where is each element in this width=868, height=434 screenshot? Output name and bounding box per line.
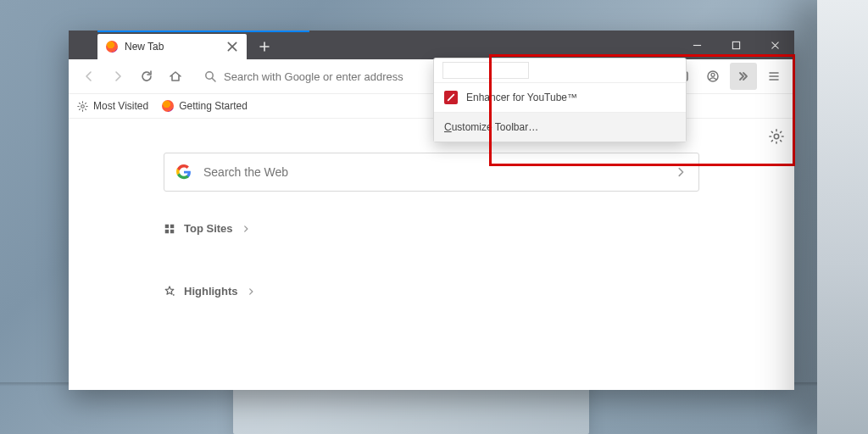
svg-point-4 [711,73,715,76]
chevron-right-icon [242,225,250,233]
firefox-favicon-icon [106,41,118,53]
overflow-customize-label: Customize Toolbar… [444,121,538,133]
tab-title: New Tab [125,41,164,53]
highlights-icon [164,286,175,298]
chevron-right-icon [247,287,255,296]
svg-rect-0 [732,42,739,48]
enhancer-extension-icon [444,91,458,104]
bookmark-label: Most Visited [93,100,148,112]
top-sites-section-header[interactable]: Top Sites [164,222,250,235]
bookmark-getting-started[interactable]: Getting Started [162,100,248,112]
svg-rect-10 [170,229,174,232]
app-menu-button[interactable] [760,63,787,90]
svg-rect-8 [170,224,174,227]
svg-point-5 [81,104,85,108]
svg-point-6 [774,134,778,138]
bookmark-most-visited[interactable]: Most Visited [77,100,148,112]
newtab-search-box[interactable] [164,153,699,192]
overflow-popup-header [434,58,686,83]
new-tab-button[interactable] [252,34,277,59]
search-icon [203,70,217,83]
window-controls [677,31,794,59]
back-button[interactable] [75,63,103,90]
firefox-favicon-icon [162,100,174,112]
svg-rect-9 [165,229,169,232]
svg-rect-7 [165,224,169,227]
account-button[interactable] [699,63,726,90]
tab-new-tab[interactable]: New Tab [97,34,247,59]
overflow-item-enhancer[interactable]: Enhancer for YouTube™ [434,83,686,112]
window-maximize-button[interactable] [716,31,755,59]
svg-point-11 [173,294,175,296]
tab-close-button[interactable] [226,41,238,53]
google-logo-icon [176,164,192,180]
window-close-button[interactable] [755,31,794,59]
section-label: Top Sites [184,222,233,235]
newtab-settings-button[interactable] [769,129,784,144]
highlights-section-header[interactable]: Highlights [164,285,255,298]
home-button[interactable] [162,63,189,90]
newtab-content: Top Sites Highlights [69,119,794,392]
desktop-background: New Tab [0,0,868,434]
tab-bar: New Tab [69,31,794,59]
reload-button[interactable] [133,63,160,90]
tab-loading-accent [97,31,309,32]
overflow-menu-popup: Enhancer for YouTube™ Customize Toolbar… [433,58,687,142]
overflow-slot-placeholder [442,62,529,79]
search-submit-icon[interactable] [675,166,687,178]
overflow-menu-button[interactable] [730,63,757,90]
overflow-item-label: Enhancer for YouTube™ [466,92,577,103]
section-label: Highlights [184,285,238,298]
bookmark-label: Getting Started [179,100,248,112]
overflow-customize-toolbar[interactable]: Customize Toolbar… [434,112,686,142]
newtab-search-input[interactable] [202,164,675,180]
most-visited-icon [77,101,88,112]
top-sites-icon [164,223,175,235]
forward-button[interactable] [104,63,131,90]
window-minimize-button[interactable] [677,31,716,59]
